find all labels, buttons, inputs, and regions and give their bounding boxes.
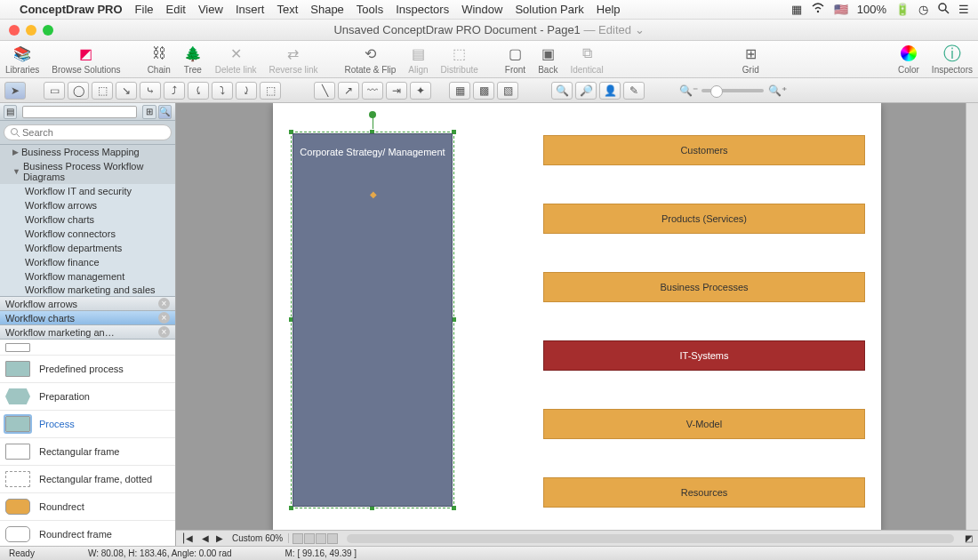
sidebar-grid-view-button[interactable]: ⊞ [142,105,156,119]
line5-tool-button[interactable]: ✦ [410,82,431,100]
tree-workflow-charts[interactable]: Workflow charts [0,212,175,227]
rotation-handle[interactable] [369,111,376,118]
shape-business-processes[interactable]: Business Processes [543,272,865,302]
connector7-tool-button[interactable]: ⬚ [260,82,281,100]
user-button[interactable]: 👤 [599,82,621,100]
wifi-icon[interactable] [811,3,825,16]
shape-predefined-process[interactable]: Predefined process [0,356,175,383]
canvas-page[interactable]: Corporate Strategy/ Management ◆ Custome… [273,103,881,530]
grid3-button[interactable]: ▧ [497,82,518,100]
close-tab-icon[interactable]: × [158,312,170,324]
tree-workflow-departments[interactable]: Workflow departments [0,241,175,255]
menu-tools[interactable]: Tools [357,3,383,16]
page-nav-next-button[interactable]: ▶ [212,533,227,543]
chain-button[interactable]: ⛓Chain [148,44,171,75]
shape-resources[interactable]: Resources [543,477,865,508]
shape-products[interactable]: Products (Services) [543,204,865,234]
tree-business-process-mapping[interactable]: ▶Business Process Mapping [0,145,175,159]
zoom-out-button[interactable]: 🔎 [575,82,597,100]
back-button[interactable]: ▣Back [538,44,557,75]
lib-tab-workflow-charts[interactable]: Workflow charts× [0,311,175,325]
sidebar-filter-input[interactable] [22,106,137,118]
clock-icon[interactable]: ◷ [918,3,928,16]
tree-workflow-it-security[interactable]: Workflow IT and security [0,184,175,198]
shape-corporate-strategy[interactable]: Corporate Strategy/ Management ◆ [293,133,453,507]
connector2-tool-button[interactable]: ⤷ [140,82,161,100]
tree-workflow-management[interactable]: Workflow management [0,269,175,284]
page-thumbnails[interactable] [289,533,341,544]
line4-tool-button[interactable]: ⇥ [386,82,407,100]
connector3-tool-button[interactable]: ⤴ [164,82,185,100]
app-name[interactable]: ConceptDraw PRO [20,3,123,16]
close-tab-icon[interactable]: × [158,298,170,309]
menu-help[interactable]: Help [597,3,621,16]
shape1-tool-button[interactable]: ⬚ [92,82,113,100]
horizontal-scrollbar[interactable] [347,534,954,543]
tree-button[interactable]: 🌲Tree [183,44,203,75]
tree-business-process-workflow[interactable]: ▼Business Process Workflow Diagrams [0,159,175,184]
lib-tab-workflow-arrows[interactable]: Workflow arrows× [0,297,175,311]
menu-window[interactable]: Window [461,3,502,16]
line1-tool-button[interactable]: ╲ [314,82,335,100]
vertical-scrollbar[interactable] [966,103,978,530]
shape-process[interactable]: Process [0,411,175,438]
inspectors-button[interactable]: ⓘInspectors [932,44,973,75]
menu-view[interactable]: View [198,3,223,16]
shape-roundrect[interactable]: Roundrect [0,493,175,521]
zoom-slider[interactable] [701,89,764,92]
search-input[interactable] [4,124,172,140]
libraries-button[interactable]: 📚Libraries [5,44,39,75]
line2-tool-button[interactable]: ↗ [338,82,359,100]
grid1-button[interactable]: ▦ [449,82,470,100]
ellipse-tool-button[interactable]: ◯ [68,82,89,100]
shape-it-systems[interactable]: IT-Systems [543,340,865,371]
grid2-button[interactable]: ▩ [473,82,494,100]
edit-tool-button[interactable]: ✎ [623,82,645,100]
rotate-flip-button[interactable]: ⟲Rotate & Flip [345,44,397,75]
close-tab-icon[interactable]: × [158,326,170,338]
lib-tab-workflow-marketing[interactable]: Workflow marketing an…× [0,325,175,340]
flag-icon[interactable]: 🇺🇸 [834,3,848,16]
connector6-tool-button[interactable]: ⤸ [236,82,257,100]
battery-icon[interactable]: 🔋 [895,3,910,16]
page-resize-grip-icon[interactable]: ◩ [959,533,978,543]
zoom-plus-button[interactable]: 🔍⁺ [766,82,788,100]
connector5-tool-button[interactable]: ⤵ [212,82,233,100]
browse-solutions-button[interactable]: ◩Browse Solutions [52,44,120,75]
menu-inspectors[interactable]: Inspectors [396,3,449,16]
menu-shape[interactable]: Shape [310,3,344,16]
page-nav-first-button[interactable]: ⎮◀ [176,533,198,543]
shape-preparation[interactable]: Preparation [0,383,175,411]
sidebar-search-button[interactable]: 🔍 [158,105,172,119]
connector4-tool-button[interactable]: ⤹ [188,82,209,100]
shape-customers[interactable]: Customers [543,135,865,165]
menu-text[interactable]: Text [277,3,298,16]
tree-workflow-marketing[interactable]: Workflow marketing and sales [0,284,175,296]
line3-tool-button[interactable]: 〰 [362,82,383,100]
grid-button[interactable]: ⊞Grid [741,44,760,75]
notifications-icon[interactable]: ☰ [958,3,969,16]
sidebar-view-toggle[interactable]: ▤ [4,105,17,119]
menu-file[interactable]: File [135,3,154,16]
shape-v-model[interactable]: V-Model [543,409,865,439]
page-nav-prev-button[interactable]: ◀ [198,533,212,543]
shape-roundrect-frame[interactable]: Roundrect frame [0,521,175,546]
zoom-in-button[interactable]: 🔍 [551,82,573,100]
menu-solution-park[interactable]: Solution Park [515,3,583,16]
shape-rect-frame[interactable]: Rectangular frame [0,438,175,466]
menu-insert[interactable]: Insert [236,3,265,16]
zoom-level[interactable]: Custom 60% [227,533,289,543]
tree-workflow-arrows[interactable]: Workflow arrows [0,198,175,212]
control-center-icon[interactable]: ▦ [791,3,802,16]
tree-workflow-finance[interactable]: Workflow finance [0,255,175,269]
front-button[interactable]: ▢Front [505,44,525,75]
menu-edit[interactable]: Edit [166,3,186,16]
edited-indicator[interactable]: — Edited [583,23,630,36]
pointer-tool-button[interactable]: ➤ [4,82,26,100]
shape-rect-frame-dotted[interactable]: Rectangular frame, dotted [0,466,175,493]
zoom-minus-button[interactable]: 🔍⁻ [677,82,699,100]
spotlight-icon[interactable] [937,2,950,17]
canvas-scroll[interactable]: Corporate Strategy/ Management ◆ Custome… [176,103,978,530]
color-button[interactable]: Color [898,44,919,75]
connector1-tool-button[interactable]: ↘ [116,82,137,100]
